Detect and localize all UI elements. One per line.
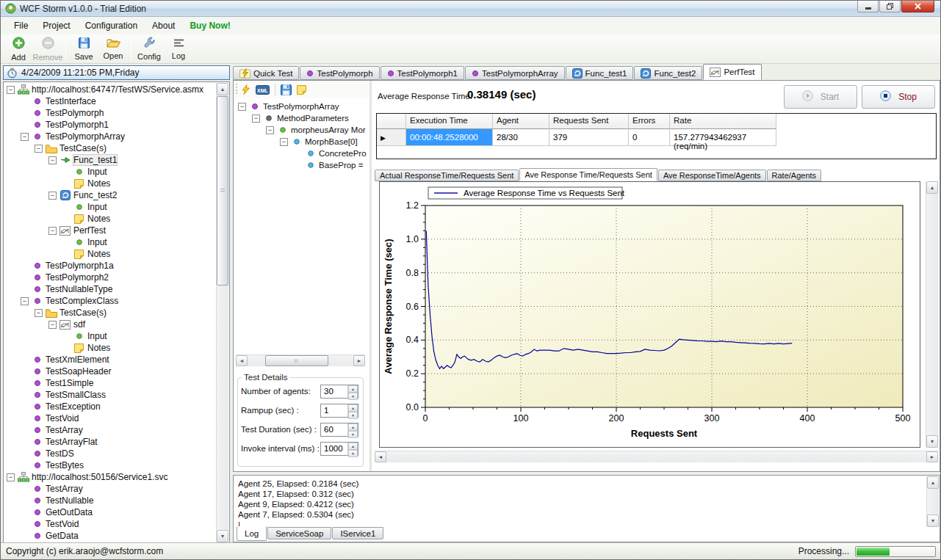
request-panel-hscrollbar[interactable]: ◄ ► (236, 354, 365, 366)
chart-tab[interactable]: Actual ResponseTime/Requests Sent (375, 170, 519, 181)
grid-cell[interactable]: 28/30 (493, 129, 549, 146)
save-button[interactable]: Save (69, 34, 98, 63)
collapse-icon[interactable]: − (21, 133, 29, 141)
collapse-icon[interactable]: − (238, 103, 246, 111)
tree-item[interactable]: TestNullable (4, 495, 229, 506)
tree-item[interactable]: TestBytes (4, 459, 229, 471)
tree-item[interactable]: TestArray (4, 483, 229, 495)
grid-cell[interactable]: 157.277943462937 (req/min) (670, 129, 776, 146)
tree-item[interactable]: Notes (4, 342, 229, 354)
start-button[interactable]: Start (784, 85, 857, 109)
tab-func-test1[interactable]: Func_test1 (566, 66, 634, 80)
grid-row[interactable]: ▶00:00:48.252800028/303790157.2779434629… (377, 129, 936, 146)
menu-item-about[interactable]: About (145, 17, 182, 34)
tree-item[interactable]: Input (4, 166, 229, 178)
tree-item[interactable]: −Func_test2 (4, 189, 229, 201)
collapse-icon[interactable]: − (35, 145, 43, 153)
collapse-icon[interactable]: − (48, 192, 57, 200)
numeric-input[interactable]: 30▲▼ (320, 385, 358, 399)
add-button[interactable]: Add (4, 34, 33, 63)
spin-up-icon[interactable]: ▲ (348, 404, 358, 412)
tree-item[interactable]: TestSoapHeader (4, 366, 229, 377)
spin-up-icon[interactable]: ▲ (348, 443, 358, 450)
tree-item[interactable]: TestSmallClass (4, 389, 229, 401)
config-button[interactable]: Config (134, 34, 164, 63)
collapse-icon[interactable]: − (266, 126, 274, 134)
collapse-icon[interactable]: − (35, 309, 43, 317)
scrollbar-thumb[interactable] (217, 96, 228, 286)
tab-testpolymorph1[interactable]: TestPolymorph1 (381, 66, 464, 80)
tree-item[interactable]: Input (4, 201, 229, 213)
log-tab-servicesoap[interactable]: ServiceSoap (267, 527, 331, 539)
tree-item[interactable]: TestInterface (4, 95, 229, 107)
tree-item[interactable]: TestXmlElement (4, 354, 229, 366)
scroll-up-icon[interactable]: ▲ (217, 83, 228, 95)
column-header[interactable]: Requests Sent (549, 114, 629, 129)
spin-down-icon[interactable]: ▼ (348, 393, 358, 400)
menu-item-configuration[interactable]: Configuration (78, 17, 145, 34)
tree-item[interactable]: TestArray (4, 424, 229, 436)
open-button[interactable]: Open (98, 34, 128, 63)
tree-item[interactable]: −morpheusArray Mor (235, 124, 369, 136)
collapse-icon[interactable]: − (252, 114, 260, 123)
scroll-up-icon[interactable]: ▲ (927, 476, 939, 489)
tab-perftest[interactable]: PerfTest (703, 64, 761, 80)
menu-item-buy-now-[interactable]: Buy Now! (182, 17, 237, 34)
column-header[interactable]: Agent (493, 114, 549, 129)
chart-hscrollbar[interactable]: ◄ ► (375, 451, 938, 462)
menu-item-file[interactable]: File (7, 17, 35, 34)
scroll-down-icon[interactable]: ▼ (926, 435, 938, 448)
tree-item[interactable]: Notes (4, 213, 229, 225)
scroll-down-icon[interactable]: ▼ (927, 514, 939, 527)
tree-item[interactable]: −MorphBase[0] (235, 136, 369, 148)
chart-tab[interactable]: Ave ResponseTime/Agents (658, 170, 766, 181)
tree-item[interactable]: GetOutData (4, 506, 229, 518)
spin-up-icon[interactable]: ▲ (348, 385, 358, 393)
tree-item[interactable]: TestArrayFlat (4, 436, 229, 448)
tree-item[interactable]: Input (4, 236, 229, 248)
spin-up-icon[interactable]: ▲ (348, 423, 358, 431)
close-button[interactable] (901, 1, 934, 12)
numeric-input[interactable]: 1000▲▼ (320, 442, 358, 456)
tree-item[interactable]: TestException (4, 401, 229, 412)
tree-item[interactable]: Notes (4, 178, 229, 189)
grid-cell[interactable]: 00:00:48.2528000 (406, 129, 493, 146)
lightning-icon[interactable] (241, 84, 250, 95)
tree-item[interactable]: Notes (4, 248, 229, 260)
chart-tab[interactable]: Rate/Agents (767, 170, 822, 181)
tree-item[interactable]: ConcretePro (235, 148, 369, 159)
tree-item[interactable]: −TestCase(s) (4, 142, 229, 154)
log-tab-log[interactable]: Log (237, 526, 267, 541)
tree-item[interactable]: TestVoid (4, 412, 229, 424)
collapse-icon[interactable]: − (7, 86, 15, 94)
log-button[interactable]: Log (164, 34, 193, 63)
tree-item[interactable]: TestDS (4, 448, 229, 459)
tree-item[interactable]: −sdf (4, 319, 229, 330)
save-icon[interactable] (281, 84, 292, 95)
column-header[interactable]: Errors (629, 114, 670, 129)
restore-button[interactable] (879, 1, 901, 12)
numeric-input[interactable]: 1▲▼ (320, 404, 358, 418)
spin-down-icon[interactable]: ▼ (348, 412, 358, 419)
menu-item-project[interactable]: Project (35, 17, 77, 34)
tree-item[interactable]: −TestPolymorphArray (235, 101, 369, 112)
collapse-icon[interactable]: − (280, 138, 288, 146)
chart-tab[interactable]: Ave Response Time/Requests Sent (519, 168, 657, 181)
spin-down-icon[interactable]: ▼ (348, 450, 358, 457)
remove-button[interactable]: Remove (33, 34, 62, 63)
column-header[interactable]: Execution Time (406, 114, 493, 129)
scroll-down-icon[interactable]: ▼ (217, 530, 228, 542)
tree-item[interactable]: −Func_test1 (4, 154, 229, 166)
log-scrollbar[interactable]: ▲ ▼ (926, 476, 939, 527)
scroll-up-icon[interactable]: ▲ (926, 181, 938, 194)
scroll-left-icon[interactable]: ◄ (375, 451, 386, 462)
log-tab-iservice1[interactable]: IService1 (332, 527, 383, 539)
tab-func-test2[interactable]: Func_test2 (634, 66, 702, 80)
scroll-right-icon[interactable]: ► (926, 451, 938, 462)
log-output[interactable]: Agent 25, Elapsed: 0.2184 (sec)Agent 17,… (238, 479, 923, 527)
collapse-icon[interactable]: − (48, 321, 57, 329)
collapse-icon[interactable]: − (48, 227, 57, 235)
numeric-input[interactable]: 60▲▼ (320, 423, 358, 437)
xml-icon[interactable]: XML (256, 85, 270, 95)
collapse-icon[interactable]: − (7, 473, 15, 481)
